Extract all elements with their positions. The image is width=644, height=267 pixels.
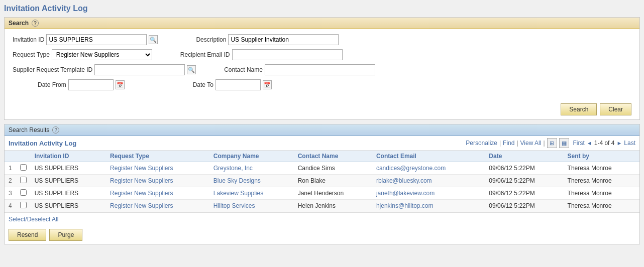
table-title-row: Invitation Activity Log Personalize | Fi… [5,136,639,151]
row-checkbox[interactable] [20,164,27,171]
request-type-link[interactable]: Register New Suppliers [110,190,173,197]
cell-date: 09/06/12 5:22PM [485,200,563,212]
purge-button[interactable]: Purge [49,229,82,241]
cell-date: 09/06/12 5:22PM [485,162,563,175]
col-contact-name: Contact Name [294,151,372,162]
cell-company-name: Blue Sky Designs [209,175,294,187]
results-panel-title: Search Results [9,126,49,134]
invitation-id-input[interactable] [46,34,147,45]
supplier-template-label: Supplier Request Template ID [13,66,92,73]
view-all-link[interactable]: View All [520,140,542,147]
col-invitation-id: Invitation ID [31,151,106,162]
request-type-label: Request Type [13,51,50,58]
recipient-email-group: Recipient Email ID [180,49,343,60]
contact-email-link[interactable]: rblake@bluesky.com [376,177,432,184]
request-type-link[interactable]: Register New Suppliers [110,177,173,184]
date-from-group: Date From 📅 [38,79,125,90]
cell-company-name: Hilltop Services [209,200,294,212]
cell-sent-by: Theresa Monroe [564,200,639,212]
company-name-link[interactable]: Greystone, Inc [213,165,253,172]
date-from-input[interactable] [68,79,114,90]
cell-sent-by: Theresa Monroe [564,162,639,175]
results-tbody: 1 US SUPPLIERS Register New Suppliers Gr… [5,162,639,212]
row-checkbox[interactable] [20,177,27,183]
clear-button[interactable]: Clear [600,103,631,115]
company-name-link[interactable]: Hilltop Services [213,202,255,209]
date-to-label: Date To [193,81,213,88]
prev-icon[interactable]: ◄ [587,140,592,146]
description-label: Description [196,36,226,43]
table-title: Invitation Activity Log [9,140,76,147]
row-checkbox-cell [16,187,31,200]
grid-icon[interactable]: ▦ [559,138,569,148]
cell-company-name: Lakeview Supplies [209,187,294,200]
supplier-template-search-icon[interactable]: 🔍 [187,65,196,74]
first-link[interactable]: First [573,140,585,147]
cell-invitation-id: US SUPPLIERS [31,175,106,187]
supplier-template-group: Supplier Request Template ID 🔍 [13,64,196,75]
contact-email-link[interactable]: janeth@lakeview.com [376,190,435,197]
search-panel: Search ? Invitation ID 🔍 Description Req… [4,17,640,120]
row-checkbox[interactable] [20,202,27,208]
results-actions: Personalize | Find | View All | ⊞ ▦ [466,138,569,148]
find-link[interactable]: Find [503,140,514,147]
cell-contact-email: hjenkins@hilltop.com [372,200,485,212]
next-icon[interactable]: ► [616,140,622,146]
last-link[interactable]: Last [624,140,635,147]
search-button[interactable]: Search [561,103,597,115]
request-type-link[interactable]: Register New Suppliers [110,202,173,209]
search-form: Invitation ID 🔍 Description Request Type… [5,29,639,99]
results-panel-header: Search Results ? [5,124,639,136]
search-help-icon[interactable]: ? [32,20,39,27]
resend-button[interactable]: Resend [9,229,46,241]
export-icon[interactable]: ⊞ [547,138,557,148]
request-type-group: Request Type Register New Suppliers Appr… [13,49,152,60]
recipient-email-input[interactable] [232,49,343,60]
cell-date: 09/06/12 5:22PM [485,175,563,187]
date-from-calendar-icon[interactable]: 📅 [116,80,125,89]
company-name-link[interactable]: Lakeview Supplies [213,190,263,197]
table-row: 4 US SUPPLIERS Register New Suppliers Hi… [5,200,639,212]
contact-email-link[interactable]: hjenkins@hilltop.com [376,202,434,209]
cell-contact-email: candices@greystone.com [372,162,485,175]
invitation-id-label: Invitation ID [13,36,44,43]
cell-invitation-id: US SUPPLIERS [31,187,106,200]
table-row: 1 US SUPPLIERS Register New Suppliers Gr… [5,162,639,175]
search-button-row: Search Clear [5,99,639,119]
sep3: | [543,140,545,147]
description-input[interactable] [228,34,339,45]
description-group: Description [196,34,339,45]
row-checkbox-cell [16,162,31,175]
cell-request-type: Register New Suppliers [106,175,209,187]
sep1: | [499,140,501,147]
cell-company-name: Greystone, Inc [209,162,294,175]
pagination-range: 1-4 of 4 [594,140,615,147]
results-panel: Search Results ? Invitation Activity Log… [4,124,640,244]
select-deselect-all-link[interactable]: Select/Deselect All [9,216,58,223]
form-row-3: Supplier Request Template ID 🔍 Contact N… [13,64,631,75]
contact-email-link[interactable]: candices@greystone.com [376,165,446,172]
request-type-link[interactable]: Register New Suppliers [110,165,173,172]
supplier-template-input[interactable] [94,64,185,75]
date-to-group: Date To 📅 [193,79,272,90]
row-checkbox-cell [16,200,31,212]
form-row-4: Date From 📅 Date To 📅 [13,79,631,90]
invitation-id-group: Invitation ID 🔍 [13,34,158,45]
col-check [16,151,31,162]
invitation-id-search-icon[interactable]: 🔍 [149,35,158,44]
request-type-select[interactable]: Register New Suppliers Approve Supplier … [52,49,152,60]
personalize-link[interactable]: Personalize [466,140,497,147]
sep2: | [516,140,518,147]
recipient-email-label: Recipient Email ID [180,51,230,58]
date-to-calendar-icon[interactable]: 📅 [263,80,272,89]
pagination: First ◄ 1-4 of 4 ► Last [573,140,636,147]
row-checkbox[interactable] [20,189,27,196]
row-num: 4 [5,200,16,212]
search-panel-header: Search ? [5,18,639,29]
contact-name-input[interactable] [265,64,375,75]
search-panel-title: Search [9,20,29,27]
company-name-link[interactable]: Blue Sky Designs [213,177,261,184]
results-help-icon[interactable]: ? [52,126,59,134]
row-num: 2 [5,175,16,187]
date-to-input[interactable] [216,79,261,90]
